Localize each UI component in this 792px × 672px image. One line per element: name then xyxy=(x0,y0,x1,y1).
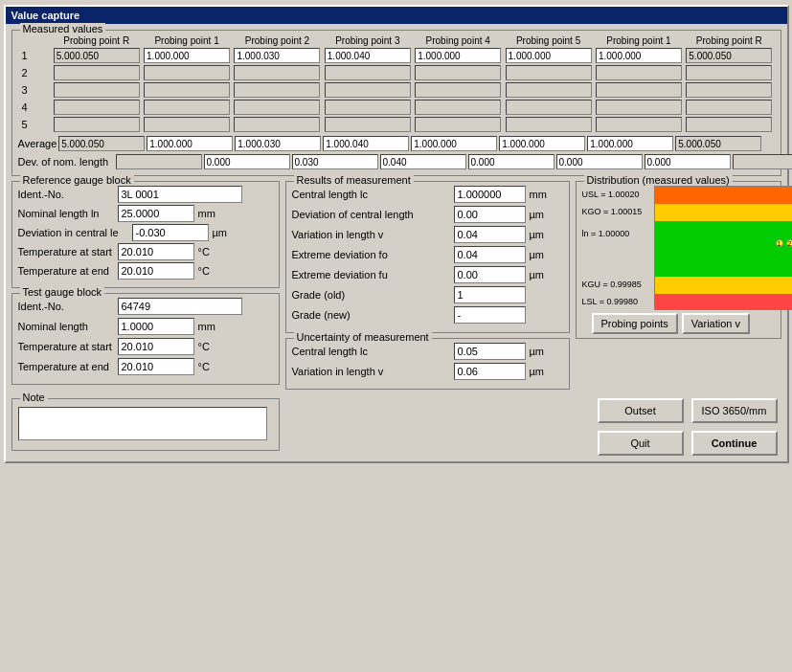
note-section: Note Outset ISO 3650/mm Quit Continue xyxy=(11,398,781,456)
uncertainty-central-input[interactable] xyxy=(454,343,526,360)
uncertainty-label: Uncertainty of measurement xyxy=(294,331,432,343)
iso-button[interactable]: ISO 3650/mm xyxy=(691,398,778,423)
row1-r1[interactable] xyxy=(54,48,140,63)
test-nominal-label: Nominal length xyxy=(18,321,114,332)
row4-p3[interactable] xyxy=(325,100,411,115)
test-nominal-input[interactable] xyxy=(118,318,194,335)
row3-p1[interactable] xyxy=(144,82,230,98)
row4-p1[interactable] xyxy=(144,100,230,115)
row5-p1[interactable] xyxy=(144,117,230,132)
row2-r1[interactable] xyxy=(54,65,140,80)
lsl-label: LSL = 0.99980 xyxy=(582,293,643,310)
extreme-fu-input[interactable] xyxy=(454,266,526,283)
row5-p3[interactable] xyxy=(325,117,411,132)
col-r2: Probing point R xyxy=(684,34,774,47)
grade-new-input[interactable] xyxy=(454,306,526,324)
test-gauge-group: Test gauge block Ident.-No. Nominal leng… xyxy=(11,293,280,385)
ref-dev-input[interactable] xyxy=(132,224,209,241)
dev-p4[interactable] xyxy=(468,154,554,169)
dev-p2[interactable] xyxy=(292,154,378,169)
dev-r2[interactable] xyxy=(733,154,793,169)
row4-p1b[interactable] xyxy=(596,100,682,115)
extreme-fo-label: Extreme deviation fo xyxy=(292,249,450,260)
row4-r1[interactable] xyxy=(54,100,140,115)
row1-p1[interactable] xyxy=(144,48,230,63)
row3-r1[interactable] xyxy=(54,82,140,98)
variation-v-button[interactable]: Variation v xyxy=(682,313,750,334)
ref-temp-end-input[interactable] xyxy=(118,262,194,280)
row2-p2[interactable] xyxy=(234,65,320,80)
dev-r1[interactable] xyxy=(116,154,202,169)
row2-p4[interactable] xyxy=(415,65,501,80)
avg-r2[interactable] xyxy=(675,136,761,151)
table-row: 3 xyxy=(18,81,775,99)
extreme-fu-label: Extreme deviation fu xyxy=(292,269,450,280)
row3-p1b[interactable] xyxy=(596,82,682,98)
row3-p2[interactable] xyxy=(234,82,320,98)
row1-p1b[interactable] xyxy=(596,48,682,63)
continue-button[interactable]: Continue xyxy=(691,431,778,456)
row5-p1b[interactable] xyxy=(596,117,682,132)
probing-points-button[interactable]: Probing points xyxy=(592,313,678,334)
green-bar xyxy=(655,221,793,277)
test-temp-start-unit: °C xyxy=(198,341,210,352)
row1-p3[interactable] xyxy=(325,48,411,63)
outset-button[interactable]: Outset xyxy=(598,398,684,423)
row4-r2[interactable] xyxy=(686,100,772,115)
row4-p4[interactable] xyxy=(415,100,501,115)
row4-p2[interactable] xyxy=(234,100,320,115)
avg-p2[interactable] xyxy=(235,136,321,151)
test-temp-end-input[interactable] xyxy=(118,358,194,375)
col-r1: Probing point R xyxy=(52,34,142,47)
row1-p4[interactable] xyxy=(415,48,501,63)
deviation-cl-row: Deviation of central length µm xyxy=(292,206,563,223)
avg-p1[interactable] xyxy=(147,136,233,151)
deviation-cl-input[interactable] xyxy=(454,206,526,223)
note-input[interactable] xyxy=(18,407,267,440)
row5-r2[interactable] xyxy=(686,117,772,132)
test-ident-input[interactable] xyxy=(118,298,242,315)
avg-p1b[interactable] xyxy=(587,136,673,151)
row5-r1[interactable] xyxy=(54,117,140,132)
dev-p1b[interactable] xyxy=(645,154,731,169)
dev-p5[interactable] xyxy=(556,154,643,169)
row2-p3[interactable] xyxy=(325,65,411,80)
dist-labels: USL = 1.00020 KGO = 1.00015 ln = 1.00000… xyxy=(582,186,643,310)
ref-ident-input[interactable] xyxy=(118,186,242,203)
avg-p4[interactable] xyxy=(411,136,497,151)
ref-temp-start-input[interactable] xyxy=(118,243,194,260)
row2-p1b[interactable] xyxy=(596,65,682,80)
middle-panels: Results of measurement Central length lc… xyxy=(285,181,570,394)
row1-r2[interactable] xyxy=(686,48,772,63)
variation-input[interactable] xyxy=(454,226,526,243)
avg-r1[interactable] xyxy=(58,136,145,151)
row3-p4[interactable] xyxy=(415,82,501,98)
extreme-fo-input[interactable] xyxy=(454,246,526,263)
test-ident-label: Ident.-No. xyxy=(18,301,114,312)
row3-p3[interactable] xyxy=(325,82,411,98)
row4-p5[interactable] xyxy=(506,100,592,115)
avg-p3[interactable] xyxy=(323,136,409,151)
dev-p3[interactable] xyxy=(380,154,466,169)
row5-p2[interactable] xyxy=(234,117,320,132)
quit-button[interactable]: Quit xyxy=(598,431,684,456)
row3-p5[interactable] xyxy=(506,82,592,98)
avg-p5[interactable] xyxy=(499,136,585,151)
reference-gauge-group: Reference gauge block Ident.-No. Nominal… xyxy=(11,181,280,288)
dev-p1[interactable] xyxy=(204,154,290,169)
grade-old-input[interactable] xyxy=(454,286,526,303)
central-length-input[interactable] xyxy=(454,186,526,203)
row3-r2[interactable] xyxy=(686,82,772,98)
dist-chart-area: 1 2 3 4 5 USL = 1.00020 KGO = 1.00015 ln xyxy=(645,186,775,310)
row1-p5[interactable] xyxy=(506,48,592,63)
ref-nominal-input[interactable] xyxy=(118,205,194,222)
row5-p4[interactable] xyxy=(415,117,501,132)
row2-r2[interactable] xyxy=(686,65,772,80)
row5-p5[interactable] xyxy=(506,117,592,132)
kgo-bar xyxy=(655,204,793,221)
row2-p1[interactable] xyxy=(144,65,230,80)
test-temp-start-input[interactable] xyxy=(118,338,194,355)
row2-p5[interactable] xyxy=(506,65,592,80)
row1-p2[interactable] xyxy=(234,48,320,63)
uncertainty-variation-input[interactable] xyxy=(454,363,526,380)
